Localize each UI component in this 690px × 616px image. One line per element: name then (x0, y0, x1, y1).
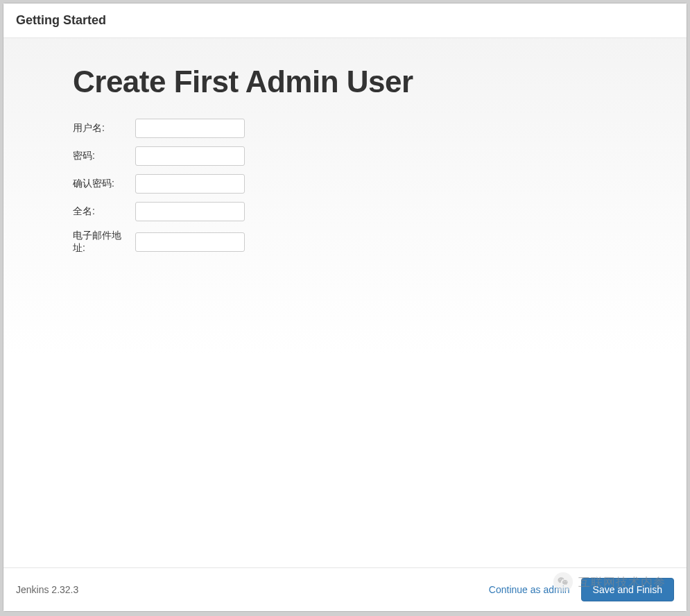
continue-as-admin-button[interactable]: Continue as admin (488, 580, 571, 599)
version-text: Jenkins 2.32.3 (16, 584, 78, 595)
email-input[interactable] (135, 232, 245, 252)
fullname-label: 全名: (73, 205, 135, 218)
form-row-username: 用户名: (73, 119, 617, 138)
save-and-finish-button[interactable]: Save and Finish (581, 578, 674, 601)
modal-header-title: Getting Started (16, 13, 674, 28)
modal-header: Getting Started (3, 3, 687, 38)
password-label: 密码: (73, 150, 135, 162)
form-row-confirm-password: 确认密码: (73, 174, 617, 194)
footer-actions: Continue as admin Save and Finish (488, 578, 674, 601)
modal-body: Create First Admin User 用户名: 密码: 确认密码: 全… (3, 38, 687, 567)
setup-wizard-modal: Getting Started Create First Admin User … (3, 3, 687, 612)
password-input[interactable] (135, 146, 245, 166)
fullname-input[interactable] (135, 202, 245, 221)
form-row-fullname: 全名: (73, 202, 617, 221)
username-label: 用户名: (73, 122, 135, 135)
modal-footer: Jenkins 2.32.3 Continue as admin Save an… (3, 567, 687, 611)
page-title: Create First Admin User (73, 65, 617, 99)
form-row-password: 密码: (73, 146, 617, 166)
confirm-password-input[interactable] (135, 174, 245, 194)
email-label: 电子邮件地址: (73, 230, 135, 255)
confirm-password-label: 确认密码: (73, 178, 135, 190)
form-row-email: 电子邮件地址: (73, 230, 617, 255)
username-input[interactable] (135, 119, 245, 138)
